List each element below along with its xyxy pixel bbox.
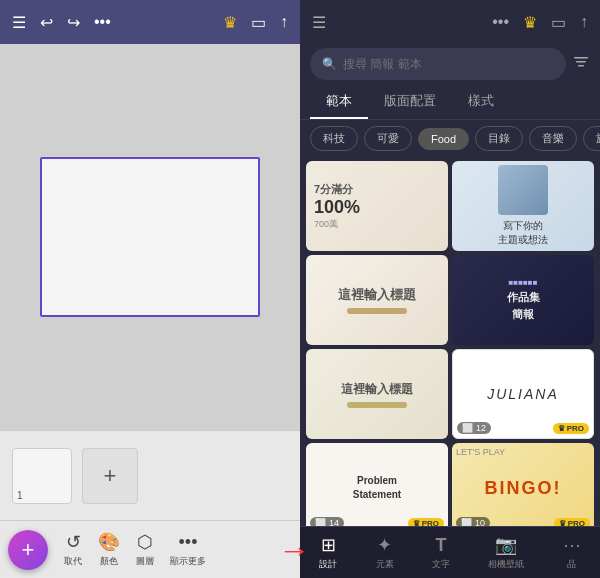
more-icon[interactable]: ••• bbox=[94, 13, 111, 31]
replace-icon: ↺ bbox=[66, 531, 81, 553]
fab-plus-icon: + bbox=[22, 537, 35, 563]
left-toolbar: ☰ ↩ ↪ ••• ♛ ▭ ↑ bbox=[0, 0, 300, 44]
right-toolbar: ☰ ••• ♛ ▭ ↑ bbox=[300, 0, 600, 44]
score-value: 100% bbox=[314, 197, 360, 218]
chip-travel[interactable]: 旅遊 bbox=[583, 126, 600, 151]
more-tool[interactable]: ••• 顯示更多 bbox=[170, 532, 206, 568]
search-icon: 🔍 bbox=[322, 57, 337, 71]
undo-icon[interactable]: ↩ bbox=[40, 13, 53, 32]
tab-templates[interactable]: 範本 bbox=[310, 84, 368, 119]
right-present-icon[interactable]: ▭ bbox=[551, 13, 566, 32]
tab-layouts[interactable]: 版面配置 bbox=[368, 84, 452, 119]
chip-food[interactable]: Food bbox=[418, 128, 469, 150]
nav-text-label: 文字 bbox=[432, 558, 450, 571]
nav-text[interactable]: T 文字 bbox=[432, 535, 450, 571]
templates-grid: 7分滿分 100% 700萬 寫下你的主題或想法 這裡輸入標題 ■■■■■■ 作… bbox=[300, 157, 600, 526]
pro-badge-8: ♛PRO bbox=[554, 518, 590, 526]
chip-tech[interactable]: 科技 bbox=[310, 126, 358, 151]
fab-button[interactable]: + bbox=[8, 530, 48, 570]
search-input-wrap[interactable]: 🔍 bbox=[310, 48, 566, 80]
card-badge-6: ⬜ 12 bbox=[457, 422, 491, 434]
nav-more[interactable]: ⋯ 品 bbox=[563, 534, 581, 571]
badge-icon-6: ⬜ bbox=[462, 423, 473, 433]
chips-row: 科技 可愛 Food 目錄 音樂 旅遊 bbox=[300, 120, 600, 157]
crown-badge-8: ♛ bbox=[559, 519, 566, 526]
nav-design[interactable]: ⊞ 設計 bbox=[319, 534, 337, 571]
template-card-5[interactable]: 這裡輸入標題 bbox=[306, 349, 448, 439]
page-thumb-1[interactable]: 1 bbox=[12, 448, 72, 504]
crown-badge-6: ♛ bbox=[558, 424, 565, 433]
present-icon[interactable]: ▭ bbox=[251, 13, 266, 32]
right-panel: ☰ ••• ♛ ▭ ↑ 🔍 範本 版面配置 樣式 科技 可愛 Food 目錄 音… bbox=[300, 0, 600, 578]
filter-icon[interactable] bbox=[572, 53, 590, 76]
redo-icon[interactable]: ↪ bbox=[67, 13, 80, 32]
more-icon-bottom: ••• bbox=[179, 532, 198, 553]
replace-tool[interactable]: ↺ 取代 bbox=[64, 531, 82, 568]
template-card-3[interactable]: 這裡輸入標題 bbox=[306, 255, 448, 345]
pro-badge-7: ♛PRO bbox=[408, 518, 444, 526]
right-share-icon[interactable]: ↑ bbox=[580, 13, 588, 31]
color-icon: 🎨 bbox=[98, 531, 120, 553]
input-title-2: 這裡輸入標題 bbox=[341, 381, 413, 398]
badge-icon-8: ⬜ bbox=[461, 518, 472, 526]
right-more-icon[interactable]: ••• bbox=[492, 13, 509, 31]
arrow-indicator: → bbox=[278, 531, 310, 568]
replace-label: 取代 bbox=[64, 555, 82, 568]
tab-styles[interactable]: 樣式 bbox=[452, 84, 510, 119]
right-menu-icon[interactable]: ☰ bbox=[312, 13, 326, 32]
left-bottom-bar: + ↺ 取代 🎨 顏色 ⬡ 圖層 ••• 顯示更多 → bbox=[0, 520, 300, 578]
pro-badge-6: ♛PRO bbox=[553, 423, 589, 434]
layer-tool[interactable]: ⬡ 圖層 bbox=[136, 531, 154, 568]
score-sub: 700萬 bbox=[314, 218, 338, 231]
layer-label: 圖層 bbox=[136, 555, 154, 568]
template-card-7[interactable]: ProblemStatement ⬜ 14 ♛PRO bbox=[306, 443, 448, 526]
portfolio-title: 作品集簡報 bbox=[507, 289, 540, 322]
svg-rect-1 bbox=[576, 61, 586, 63]
nav-camera[interactable]: 📷 相機壁紙 bbox=[488, 534, 524, 571]
card-badge-7: ⬜ 14 bbox=[310, 517, 344, 526]
template-card-8[interactable]: LET'S PLAY BINGO! ⬜ 10 ♛PRO bbox=[452, 443, 594, 526]
color-tool[interactable]: 🎨 顏色 bbox=[98, 531, 120, 568]
template-card-1[interactable]: 7分滿分 100% 700萬 bbox=[306, 161, 448, 251]
left-panel: ☰ ↩ ↪ ••• ♛ ▭ ↑ 1 + + ↺ 取代 🎨 顏色 bbox=[0, 0, 300, 578]
svg-rect-2 bbox=[578, 65, 584, 67]
right-crown-icon[interactable]: ♛ bbox=[523, 13, 537, 32]
chip-music[interactable]: 音樂 bbox=[529, 126, 577, 151]
add-page-button[interactable]: + bbox=[82, 448, 138, 504]
search-bar: 🔍 bbox=[300, 44, 600, 84]
canvas-frame[interactable] bbox=[40, 157, 260, 317]
more-label: 顯示更多 bbox=[170, 555, 206, 568]
building-text: 寫下你的主題或想法 bbox=[498, 219, 548, 247]
left-pages-bar: 1 + bbox=[0, 430, 300, 520]
template-card-4[interactable]: ■■■■■■ 作品集簡報 bbox=[452, 255, 594, 345]
tab-row: 範本 版面配置 樣式 bbox=[300, 84, 600, 120]
card-badge-8: ⬜ 10 bbox=[456, 517, 490, 526]
share-icon[interactable]: ↑ bbox=[280, 13, 288, 31]
bingo-text: BINGO! bbox=[485, 478, 562, 499]
nav-design-label: 設計 bbox=[319, 558, 337, 571]
chip-cute[interactable]: 可愛 bbox=[364, 126, 412, 151]
add-page-icon: + bbox=[104, 463, 117, 489]
badge-icon-7: ⬜ bbox=[315, 518, 326, 526]
color-label: 顏色 bbox=[100, 555, 118, 568]
canvas-area bbox=[0, 44, 300, 430]
chip-catalog[interactable]: 目錄 bbox=[475, 126, 523, 151]
crown-badge-7: ♛ bbox=[413, 519, 420, 526]
search-input[interactable] bbox=[343, 57, 554, 71]
nav-design-icon: ⊞ bbox=[321, 534, 336, 556]
menu-icon[interactable]: ☰ bbox=[12, 13, 26, 32]
right-bottom-nav: ⊞ 設計 ✦ 元素 T 文字 📷 相機壁紙 ⋯ 品 bbox=[300, 526, 600, 578]
nav-elements[interactable]: ✦ 元素 bbox=[376, 534, 394, 571]
crown-icon[interactable]: ♛ bbox=[223, 13, 237, 32]
page-number: 1 bbox=[17, 490, 23, 501]
layer-icon: ⬡ bbox=[137, 531, 153, 553]
problem-title: ProblemStatement bbox=[353, 474, 401, 502]
nav-text-icon: T bbox=[435, 535, 446, 556]
nav-camera-label: 相機壁紙 bbox=[488, 558, 524, 571]
template-card-2[interactable]: 寫下你的主題或想法 bbox=[452, 161, 594, 251]
nav-elements-label: 元素 bbox=[376, 558, 394, 571]
nav-more-icon: ⋯ bbox=[563, 534, 581, 556]
juliana-text: JULIANA bbox=[487, 386, 559, 402]
input-title-1: 這裡輸入標題 bbox=[338, 286, 416, 304]
template-card-6[interactable]: JULIANA ⬜ 12 ♛PRO bbox=[452, 349, 594, 439]
